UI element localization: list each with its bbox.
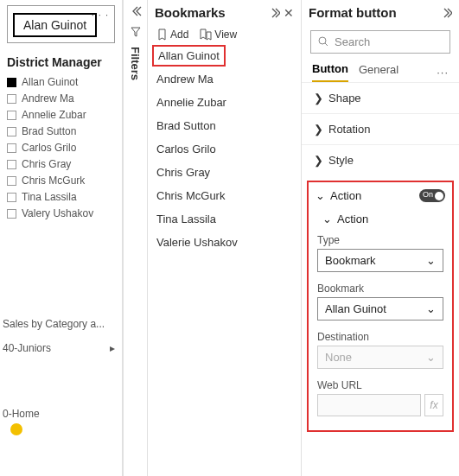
add-bookmark-button[interactable]: Add <box>156 29 188 41</box>
tabs-more-icon[interactable]: ··· <box>437 66 449 79</box>
format-panel: Format button Search Button General ··· … <box>301 0 459 476</box>
type-dropdown[interactable]: Bookmark⌄ <box>317 249 443 272</box>
destination-label: Destination <box>317 331 443 343</box>
checkbox-icon <box>7 160 16 169</box>
chevron-right-icon: ❯ <box>314 154 323 167</box>
expand-icon[interactable] <box>441 7 452 18</box>
type-label: Type <box>317 234 443 246</box>
manager-item[interactable]: Allan Guinot <box>7 76 115 88</box>
bookmark-add-icon <box>156 29 168 41</box>
card-more-icon[interactable]: · · · <box>92 10 109 20</box>
section-shape[interactable]: ❯Shape <box>302 82 459 113</box>
checkbox-icon <box>7 209 16 219</box>
sales-label: Sales by Category a... <box>0 318 115 330</box>
chevron-right-icon: ❯ <box>314 92 323 105</box>
search-icon <box>318 36 329 48</box>
section-style[interactable]: ❯Style <box>302 144 459 175</box>
checkbox-icon <box>7 78 16 87</box>
bookmarks-list: Allan GuinotAndrew MaAnnelie ZubarBrad S… <box>148 44 301 256</box>
manager-item[interactable]: Carlos Grilo <box>7 142 115 154</box>
tab-general[interactable]: General <box>359 63 398 81</box>
bookmark-item[interactable]: Allan Guinot <box>152 45 226 67</box>
chevron-right-icon: ▸ <box>110 342 115 354</box>
format-header: Format button <box>302 0 459 25</box>
action-subheader[interactable]: ⌄Action <box>309 206 452 229</box>
view-bookmark-button[interactable]: View <box>199 29 237 41</box>
bookmark-item[interactable]: Annelie Zubar <box>156 91 292 114</box>
bookmarks-title: Bookmarks <box>155 5 226 20</box>
juniors-row[interactable]: 40-Juniors▸ <box>0 342 115 354</box>
format-title: Format button <box>309 5 397 20</box>
manager-item[interactable]: Chris McGurk <box>7 175 115 187</box>
left-panel: · · · Alan Guinot District Manager Allan… <box>0 0 123 476</box>
dot-marker <box>10 423 22 435</box>
tab-button[interactable]: Button <box>312 62 348 82</box>
bookmark-item[interactable]: Chris McGurk <box>156 184 292 207</box>
manager-item[interactable]: Brad Sutton <box>7 125 115 137</box>
fx-button[interactable]: fx <box>424 394 443 416</box>
district-manager-title: District Manager <box>7 55 115 69</box>
manager-item[interactable]: Andrew Ma <box>7 92 115 105</box>
chevron-down-icon: ⌄ <box>426 302 436 315</box>
button-card[interactable]: · · · Alan Guinot <box>7 5 115 43</box>
checkbox-icon <box>7 111 16 120</box>
checkbox-icon <box>7 94 16 104</box>
bookmark-item[interactable]: Andrew Ma <box>156 67 292 91</box>
checkbox-icon <box>7 127 16 136</box>
bookmark-item[interactable]: Chris Gray <box>156 161 292 184</box>
bookmark-item[interactable]: Carlos Grilo <box>156 137 292 161</box>
svg-point-0 <box>319 37 326 44</box>
filters-strip[interactable]: Filters <box>123 0 147 476</box>
bookmarks-header: Bookmarks ✕ <box>148 0 301 25</box>
district-manager-list: Allan GuinotAndrew MaAnnelie ZubarBrad S… <box>7 76 115 219</box>
collapse-icon[interactable] <box>130 5 142 17</box>
action-toggle[interactable] <box>419 189 445 202</box>
chevron-right-icon: ❯ <box>314 123 323 136</box>
section-rotation[interactable]: ❯Rotation <box>302 113 459 144</box>
checkbox-icon <box>7 143 16 153</box>
weburl-label: Web URL <box>317 379 443 391</box>
chevron-down-icon: ⌄ <box>322 213 332 225</box>
bookmark-item[interactable]: Valerie Ushakov <box>156 231 292 254</box>
manager-item[interactable]: Chris Gray <box>7 158 115 170</box>
destination-dropdown: None⌄ <box>317 346 443 369</box>
checkbox-icon <box>7 176 16 186</box>
weburl-input <box>317 394 421 416</box>
bookmarks-toolbar: Add View <box>148 25 301 44</box>
search-input[interactable]: Search <box>310 30 450 54</box>
button-preview[interactable]: Alan Guinot <box>13 13 97 37</box>
format-tabs: Button General ··· <box>302 59 459 82</box>
bookmark-item[interactable]: Brad Sutton <box>156 114 292 137</box>
manager-item[interactable]: Tina Lassila <box>7 191 115 203</box>
action-section: ⌄Action ⌄Action TypeBookmark⌄ BookmarkAl… <box>307 181 454 432</box>
bookmark-label: Bookmark <box>317 282 443 295</box>
manager-item[interactable]: Valery Ushakov <box>7 207 115 219</box>
chevron-down-icon: ⌄ <box>316 189 325 202</box>
close-icon[interactable]: ✕ <box>284 6 294 20</box>
chevron-down-icon: ⌄ <box>426 351 436 364</box>
action-header[interactable]: ⌄Action <box>309 182 452 206</box>
chevron-down-icon: ⌄ <box>426 254 436 267</box>
bookmark-view-icon <box>199 29 212 41</box>
filters-label: Filters <box>129 47 142 80</box>
bookmarks-panel: Bookmarks ✕ Add View Allan GuinotAndrew … <box>147 0 301 476</box>
bookmark-dropdown[interactable]: Allan Guinot⌄ <box>317 297 443 321</box>
home-label: 0-Home <box>0 408 115 420</box>
manager-item[interactable]: Annelie Zubar <box>7 109 115 121</box>
checkbox-icon <box>7 193 16 202</box>
expand-icon[interactable] <box>269 7 280 18</box>
bookmark-item[interactable]: Tina Lassila <box>156 207 292 231</box>
filter-icon <box>130 26 142 38</box>
